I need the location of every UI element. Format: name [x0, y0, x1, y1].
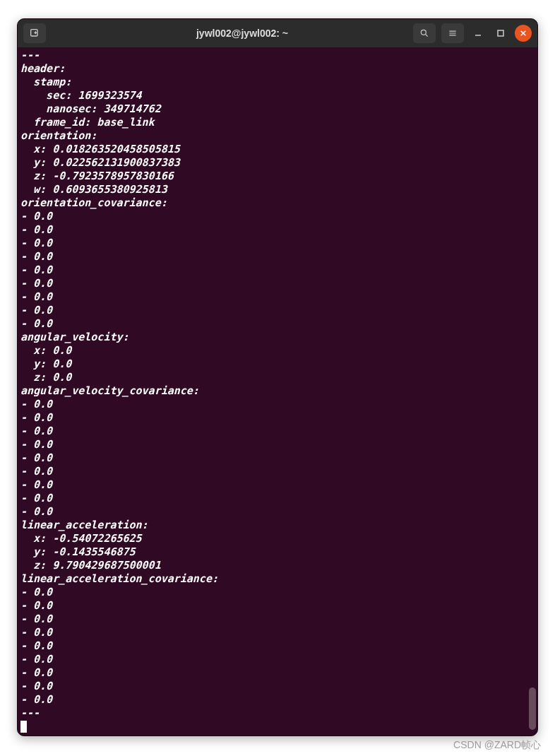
titlebar: jywl002@jywl002: ~ — [18, 19, 537, 47]
terminal-line: - 0.0 — [20, 599, 52, 612]
terminal-body[interactable]: --- header: stamp: sec: 1699323574 nanos… — [18, 47, 537, 736]
terminal-line: - 0.0 — [20, 304, 52, 317]
terminal-line: angular_velocity: — [20, 331, 129, 343]
window-title: jywl002@jywl002: ~ — [108, 28, 376, 39]
terminal-line: - 0.0 — [20, 492, 52, 504]
terminal-line: linear_acceleration: — [20, 519, 148, 531]
terminal-line: - 0.0 — [20, 250, 52, 263]
watermark: CSDN @ZARD帧心 — [453, 739, 541, 752]
terminal-line: - 0.0 — [20, 505, 52, 518]
terminal-line: sec: 1699323574 — [20, 89, 142, 102]
scrollbar-thumb[interactable] — [529, 687, 536, 730]
terminal-line: - 0.0 — [20, 425, 52, 437]
terminal-line: y: 0.0 — [20, 358, 71, 370]
terminal-line: frame_id: base_link — [20, 116, 155, 129]
close-icon — [520, 30, 527, 37]
hamburger-icon — [448, 28, 458, 38]
terminal-line: - 0.0 — [20, 223, 52, 236]
svg-rect-9 — [498, 30, 503, 36]
terminal-line: - 0.0 — [20, 210, 52, 223]
terminal-line: - 0.0 — [20, 478, 52, 491]
titlebar-right — [376, 23, 532, 43]
terminal-line: - 0.0 — [20, 586, 52, 598]
terminal-window: jywl002@jywl002: ~ — [17, 18, 538, 736]
terminal-line: linear_acceleration_covariance: — [20, 572, 218, 585]
terminal-line: z: -0.7923578957830166 — [20, 170, 174, 182]
minimize-icon — [474, 29, 482, 37]
svg-line-4 — [426, 35, 428, 37]
terminal-line: w: 0.6093655380925813 — [20, 183, 167, 196]
minimize-button[interactable] — [470, 25, 487, 42]
terminal-line: header: — [20, 62, 65, 75]
close-button[interactable] — [515, 25, 532, 42]
terminal-line: x: -0.54072265625 — [20, 532, 142, 545]
terminal-line: y: 0.022562131900837383 — [20, 156, 180, 169]
terminal-line: stamp: — [20, 76, 71, 88]
maximize-icon — [496, 29, 505, 37]
maximize-button[interactable] — [492, 25, 509, 42]
terminal-line: - 0.0 — [20, 237, 52, 249]
terminal-line: - 0.0 — [20, 465, 52, 478]
terminal-line: - 0.0 — [20, 290, 52, 303]
terminal-line: - 0.0 — [20, 639, 52, 652]
new-tab-button[interactable] — [23, 23, 46, 43]
new-tab-icon — [29, 28, 40, 39]
search-button[interactable] — [413, 23, 436, 43]
terminal-line: --- — [20, 49, 40, 61]
terminal-line: - 0.0 — [20, 613, 52, 625]
search-icon — [419, 28, 429, 38]
terminal-line: - 0.0 — [20, 317, 52, 330]
terminal-line: - 0.0 — [20, 666, 52, 679]
terminal-line: orientation_covariance: — [20, 196, 167, 209]
terminal-line: angular_velocity_covariance: — [20, 384, 199, 397]
terminal-line: orientation: — [20, 129, 97, 142]
terminal-line: x: 0.018263520458505815 — [20, 143, 180, 155]
terminal-line: - 0.0 — [20, 626, 52, 639]
terminal-line: - 0.0 — [20, 411, 52, 424]
svg-point-3 — [421, 30, 426, 35]
menu-button[interactable] — [441, 23, 464, 43]
terminal-output: --- header: stamp: sec: 1699323574 nanos… — [20, 49, 535, 733]
cursor — [20, 721, 27, 733]
terminal-line: x: 0.0 — [20, 344, 71, 357]
terminal-line: nanosec: 349714762 — [20, 102, 161, 115]
terminal-line: - 0.0 — [20, 693, 52, 706]
terminal-line: z: 0.0 — [20, 371, 71, 384]
terminal-line: --- — [20, 707, 40, 719]
terminal-line: - 0.0 — [20, 264, 52, 276]
terminal-line: - 0.0 — [20, 277, 52, 290]
scrollbar-track[interactable] — [529, 49, 536, 734]
terminal-line: - 0.0 — [20, 680, 52, 692]
terminal-line: y: -0.1435546875 — [20, 545, 136, 558]
terminal-line: - 0.0 — [20, 438, 52, 451]
terminal-line: - 0.0 — [20, 398, 52, 411]
titlebar-left — [23, 23, 108, 43]
terminal-line: - 0.0 — [20, 653, 52, 666]
terminal-line: z: 9.790429687500001 — [20, 559, 161, 572]
terminal-line: - 0.0 — [20, 451, 52, 464]
